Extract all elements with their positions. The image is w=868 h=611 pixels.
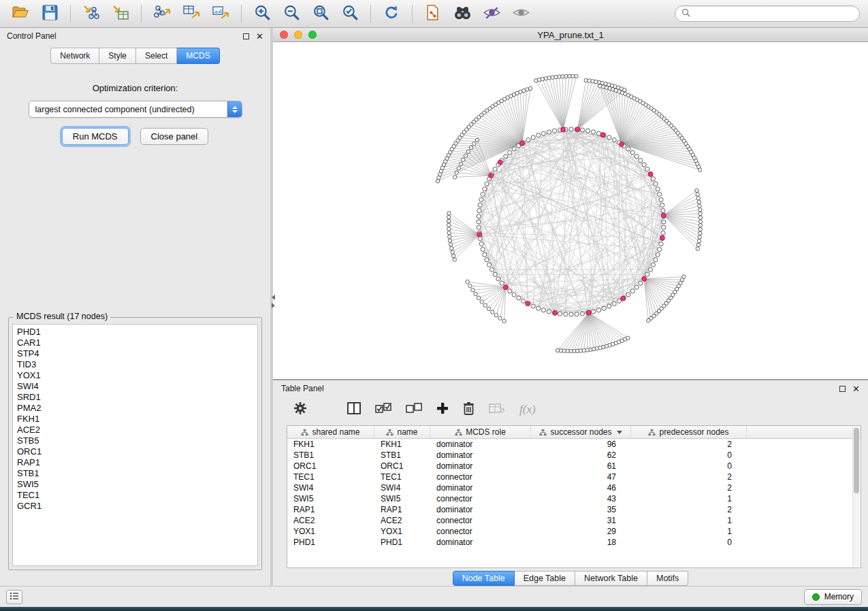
- zoom-out-button[interactable]: [279, 3, 304, 24]
- delete-column-button[interactable]: [463, 401, 475, 418]
- mcds-result-item[interactable]: RAP1: [13, 457, 257, 468]
- export-table-button[interactable]: [179, 3, 204, 24]
- table-cell-successor-nodes: 61: [531, 461, 631, 471]
- table-row[interactable]: ORC1ORC1dominator610: [287, 461, 861, 472]
- mcds-result-item[interactable]: CAR1: [13, 337, 257, 348]
- table-cell-name: STB1: [374, 450, 430, 460]
- show-hide-button[interactable]: [509, 3, 533, 24]
- column-header-shared-name[interactable]: shared name: [287, 426, 374, 438]
- mcds-result-item[interactable]: SWI5: [13, 479, 257, 490]
- export-image-button[interactable]: [208, 3, 233, 24]
- tab-motifs[interactable]: Motifs: [647, 571, 688, 586]
- tab-mcds[interactable]: MCDS: [177, 48, 219, 64]
- node-table-body[interactable]: FKH1FKH1dominator962STB1STB1dominator620…: [287, 439, 861, 567]
- table-row[interactable]: RAP1RAP1dominator352: [287, 504, 861, 515]
- zoom-selected-button[interactable]: [338, 3, 362, 24]
- minimize-window-icon[interactable]: [294, 31, 302, 39]
- mcds-result-item[interactable]: PMA2: [13, 403, 257, 414]
- add-column-button[interactable]: [436, 402, 449, 417]
- criterion-dropdown[interactable]: largest connected component (undirected): [29, 101, 242, 118]
- mcds-result-item[interactable]: GCR1: [13, 501, 257, 512]
- table-row[interactable]: PHD1PHD1dominator180: [287, 537, 861, 548]
- mcds-result-item[interactable]: YOX1: [13, 370, 257, 381]
- float-table-panel-icon[interactable]: [839, 386, 846, 392]
- first-neighbors-button[interactable]: [450, 3, 475, 24]
- table-row[interactable]: ACE2ACE2connector311: [287, 515, 861, 526]
- tab-node-table[interactable]: Node Table: [453, 571, 515, 586]
- column-header-predecessor-nodes[interactable]: predecessor nodes: [631, 426, 747, 438]
- mcds-result-item[interactable]: PHD1: [13, 327, 257, 337]
- close-table-panel-icon[interactable]: ✕: [852, 384, 860, 393]
- column-header-mcds-role[interactable]: MCDS role: [430, 426, 531, 438]
- mcds-result-item[interactable]: FKH1: [13, 414, 257, 425]
- table-row[interactable]: SWI5SWI5connector431: [287, 493, 861, 504]
- run-mcds-button[interactable]: Run MCDS: [62, 128, 129, 145]
- zoom-out-icon: [283, 4, 300, 24]
- mcds-result-item[interactable]: STB1: [13, 468, 257, 479]
- sort-chevron-down-icon[interactable]: [617, 431, 622, 434]
- close-panel-icon[interactable]: ✕: [256, 32, 263, 41]
- table-row[interactable]: SWI4SWI4dominator462: [287, 482, 861, 493]
- table-row[interactable]: YOX1YOX1connector291: [287, 526, 861, 537]
- float-panel-icon[interactable]: [243, 33, 249, 39]
- select-all-columns-button[interactable]: [375, 403, 391, 416]
- import-network-button[interactable]: [79, 3, 103, 24]
- column-type-icon: [386, 429, 393, 436]
- maximize-window-icon[interactable]: [308, 31, 317, 39]
- task-history-button[interactable]: [6, 590, 22, 604]
- tab-network-table[interactable]: Network Table: [575, 571, 647, 586]
- tab-select[interactable]: Select: [136, 48, 177, 64]
- memory-button[interactable]: Memory: [804, 589, 862, 605]
- table-scrollbar-thumb[interactable]: [854, 428, 859, 493]
- mcds-result-list[interactable]: PHD1CAR1STP4TID3YOX1SWI4SRD1PMA2FKH1ACE2…: [12, 324, 258, 566]
- mcds-result-item[interactable]: TEC1: [13, 490, 257, 501]
- unselect-all-columns-button[interactable]: [406, 403, 422, 416]
- table-cell-name: ACE2: [374, 516, 430, 525]
- table-settings-button[interactable]: [293, 401, 307, 418]
- column-header-successor-nodes[interactable]: successor nodes: [531, 426, 631, 438]
- open-file-button[interactable]: [8, 3, 33, 24]
- export-network-button[interactable]: [150, 3, 174, 24]
- mcds-result-item[interactable]: TID3: [13, 359, 257, 370]
- show-columns-button[interactable]: [347, 402, 361, 417]
- mcds-result-item[interactable]: SWI4: [13, 381, 257, 392]
- memory-status-icon: [812, 593, 820, 601]
- zoom-in-button[interactable]: [250, 3, 274, 24]
- refresh-button[interactable]: [379, 3, 404, 24]
- copy-network-button[interactable]: [421, 3, 445, 24]
- table-cell-predecessor-nodes: 2: [631, 483, 747, 493]
- table-row[interactable]: STB1STB1dominator620: [287, 450, 861, 461]
- close-window-icon[interactable]: [280, 31, 288, 39]
- mcds-result-title: MCDS result (17 nodes): [14, 312, 110, 321]
- column-header-name[interactable]: name: [374, 426, 430, 438]
- zoom-fit-button[interactable]: [308, 3, 333, 24]
- table-row[interactable]: FKH1FKH1dominator962: [287, 439, 861, 450]
- search-box[interactable]: [675, 5, 860, 22]
- network-graph-svg[interactable]: [273, 42, 868, 379]
- save-session-button[interactable]: [37, 3, 62, 24]
- graphics-details-button[interactable]: [479, 3, 504, 24]
- table-cell-successor-nodes: 31: [531, 516, 631, 525]
- splitter-handle[interactable]: [270, 295, 276, 312]
- tab-edge-table[interactable]: Edge Table: [515, 571, 575, 586]
- network-window-titlebar[interactable]: YPA_prune.txt_1: [273, 28, 868, 42]
- collapse-left-icon[interactable]: [272, 295, 275, 300]
- mcds-result-item[interactable]: STP4: [13, 348, 257, 359]
- mcds-result-item[interactable]: SRD1: [13, 392, 257, 403]
- table-scrollbar[interactable]: [852, 427, 860, 567]
- mcds-result-item[interactable]: ORC1: [13, 446, 257, 457]
- close-panel-button[interactable]: Close panel: [140, 128, 209, 145]
- tab-style[interactable]: Style: [99, 48, 136, 64]
- table-panel-header: Table Panel ✕: [273, 380, 868, 397]
- mcds-result-item[interactable]: ACE2: [13, 425, 257, 435]
- column-type-icon: [455, 429, 462, 436]
- network-canvas[interactable]: [273, 42, 868, 379]
- columns-icon: [347, 402, 361, 417]
- expand-right-icon[interactable]: [272, 303, 275, 308]
- mcds-result-item[interactable]: STB5: [13, 435, 257, 446]
- import-table-button[interactable]: [108, 3, 133, 24]
- table-cell-name: PHD1: [374, 538, 430, 547]
- search-input[interactable]: [694, 9, 853, 18]
- table-row[interactable]: TEC1TEC1connector472: [287, 472, 861, 482]
- tab-network[interactable]: Network: [50, 48, 99, 64]
